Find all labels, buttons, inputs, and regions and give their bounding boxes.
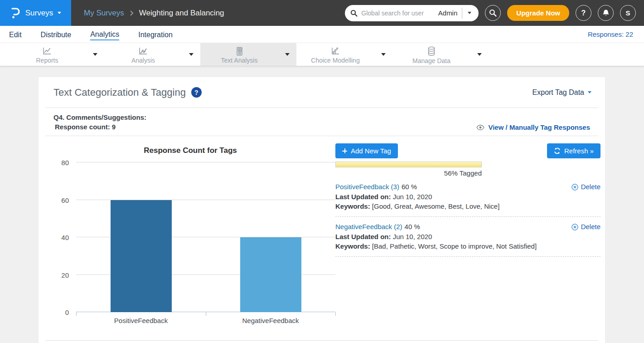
ribbon-item-reports[interactable]: Reports — [8, 45, 86, 64]
tagged-percent-label: 56% Tagged — [335, 169, 482, 177]
x-axis-tick — [76, 312, 77, 316]
ribbon-unit-reports: Reports — [8, 43, 104, 66]
ribbon-dropdown-choice-modelling[interactable] — [374, 53, 392, 56]
divider — [45, 340, 598, 341]
document-grid-icon — [235, 47, 244, 56]
search-scope-dropdown[interactable] — [462, 12, 473, 14]
delete-tag-button[interactable]: Delete — [571, 182, 600, 192]
ribbon-item-text-analysis[interactable]: Text Analysis — [200, 45, 278, 64]
tab-distribute[interactable]: Distribute — [41, 29, 72, 40]
ribbon-label: Reports — [36, 57, 58, 64]
global-search: Admin — [345, 5, 479, 21]
keywords-value: [Good, Great, Awesome, Best, Love, Nice] — [370, 202, 500, 210]
tab-integration[interactable]: Integration — [138, 29, 173, 40]
x-category-label: NegativeFeedback — [206, 317, 335, 324]
bar-slot — [206, 162, 335, 312]
breadcrumb-my-surveys[interactable]: My Surveys — [84, 9, 124, 18]
keywords-value: [Bad, Pathetic, Worst, Scope to improve,… — [370, 242, 537, 250]
ribbon-label: Text Analysis — [221, 57, 258, 64]
ribbon-unit-text-analysis: Text Analysis — [200, 43, 296, 66]
tagged-progress-bar — [335, 162, 482, 167]
tag-updated-line: Last Updated on: Jun 10, 2020 — [335, 232, 600, 241]
avatar-initial: S — [625, 9, 630, 17]
help-button[interactable]: ? — [576, 5, 591, 21]
add-new-tag-label: Add New Tag — [351, 147, 391, 155]
chevron-down-icon — [189, 53, 194, 56]
bar-negativefeedback[interactable] — [240, 237, 301, 312]
circled-x-icon — [571, 224, 578, 230]
tag-name-link[interactable]: NegativeFeedback (2) — [335, 222, 402, 232]
chart-x-labels: PositiveFeedbackNegativeFeedback — [76, 317, 335, 324]
database-icon — [427, 46, 436, 56]
bar-slot — [76, 162, 206, 312]
global-search-input[interactable] — [361, 10, 436, 17]
ribbon-dropdown-manage-data[interactable] — [470, 53, 489, 56]
card-header: Text Categorization & Tagging ? Export T… — [39, 77, 605, 108]
delete-tag-button[interactable]: Delete — [571, 222, 600, 232]
chart-plot — [76, 162, 335, 312]
question-mark-icon: ? — [581, 9, 586, 17]
tagged-progress-fill — [336, 162, 481, 167]
chevron-down-icon — [93, 53, 97, 56]
delete-label: Delete — [581, 222, 600, 232]
tab-edit[interactable]: Edit — [9, 29, 22, 40]
tag-actions-left: Add New Tag 56% Tagged — [335, 143, 482, 177]
chevron-down-icon — [468, 12, 471, 14]
breadcrumb: My Surveys Weighting and Balancing — [84, 9, 224, 18]
keywords-label: Keywords: — [335, 242, 370, 250]
upgrade-now-button[interactable]: Upgrade Now — [507, 5, 569, 21]
search-scope-selector[interactable]: Admin — [438, 9, 458, 17]
trend-chart-icon — [138, 47, 148, 56]
chevron-right-icon — [130, 10, 134, 16]
ribbon-label: Analysis — [131, 57, 155, 64]
search-icon — [350, 10, 358, 17]
tag-updated-line: Last Updated on: Jun 10, 2020 — [335, 192, 600, 201]
chart-y-axis: 020406080 — [45, 162, 76, 312]
chart-area: 020406080 — [45, 162, 335, 312]
chevron-down-icon — [285, 53, 290, 56]
refresh-label: Refresh » — [564, 147, 594, 155]
bar-positivefeedback[interactable] — [111, 200, 172, 313]
ribbon-dropdown-analysis[interactable] — [182, 53, 200, 56]
ribbon-dropdown-reports[interactable] — [86, 53, 104, 56]
tag-name-link[interactable]: PositiveFeedback (3) — [335, 182, 399, 192]
y-tick-label: 80 — [61, 159, 69, 167]
view-manually-tag-link[interactable]: View / Manually Tag Responses — [476, 123, 590, 132]
tag-percent: 40 % — [402, 222, 420, 232]
ribbon-item-choice-modelling[interactable]: Choice Modelling — [296, 45, 374, 64]
chevron-down-icon — [381, 53, 386, 56]
notifications-button[interactable] — [598, 5, 614, 21]
y-tick-label: 20 — [61, 271, 69, 279]
text-tagging-card: Text Categorization & Tagging ? Export T… — [39, 77, 605, 343]
view-manually-tag-label: View / Manually Tag Responses — [488, 123, 590, 131]
tag-entry-positivefeedback: PositiveFeedback (3) 60 % Delete Last Up… — [335, 178, 600, 217]
chevron-down-icon — [58, 12, 61, 14]
title-help-icon[interactable]: ? — [191, 87, 202, 98]
breadcrumb-current-survey: Weighting and Balancing — [139, 9, 224, 18]
add-new-tag-button[interactable]: Add New Tag — [335, 143, 398, 158]
ribbon-dropdown-text-analysis[interactable] — [278, 53, 296, 56]
updated-label: Last Updated on: — [335, 193, 391, 201]
ribbon-item-analysis[interactable]: Analysis — [104, 45, 182, 64]
refresh-button[interactable]: Refresh » — [547, 143, 600, 158]
top-bar: Surveys My Surveys Weighting and Balanci… — [0, 0, 644, 26]
x-axis-tick — [206, 312, 206, 316]
tag-chart: Response Count for Tags 020406080 Positi… — [45, 142, 335, 324]
delete-label: Delete — [581, 182, 600, 192]
export-tag-data-dropdown[interactable]: Export Tag Data — [533, 88, 591, 97]
x-category-label: PositiveFeedback — [76, 317, 206, 324]
updated-label: Last Updated on: — [335, 233, 391, 240]
tab-analytics[interactable]: Analytics — [90, 29, 119, 40]
user-avatar[interactable]: S — [620, 5, 636, 21]
tag-head: PositiveFeedback (3) 60 % Delete — [335, 182, 600, 192]
search-icon — [489, 9, 497, 17]
topbar-actions: Admin Upgrade Now ? S — [345, 5, 644, 21]
refresh-icon — [554, 147, 561, 154]
chevron-down-icon — [477, 53, 482, 56]
product-switcher[interactable]: Surveys — [0, 0, 71, 26]
card-body: Response Count for Tags 020406080 Positi… — [39, 136, 605, 324]
question-label: Q4. Comments/Suggestions: — [53, 113, 146, 122]
quick-search-button[interactable] — [485, 5, 501, 21]
ribbon-item-manage-data[interactable]: Manage Data — [392, 44, 470, 64]
keywords-label: Keywords: — [335, 202, 370, 210]
